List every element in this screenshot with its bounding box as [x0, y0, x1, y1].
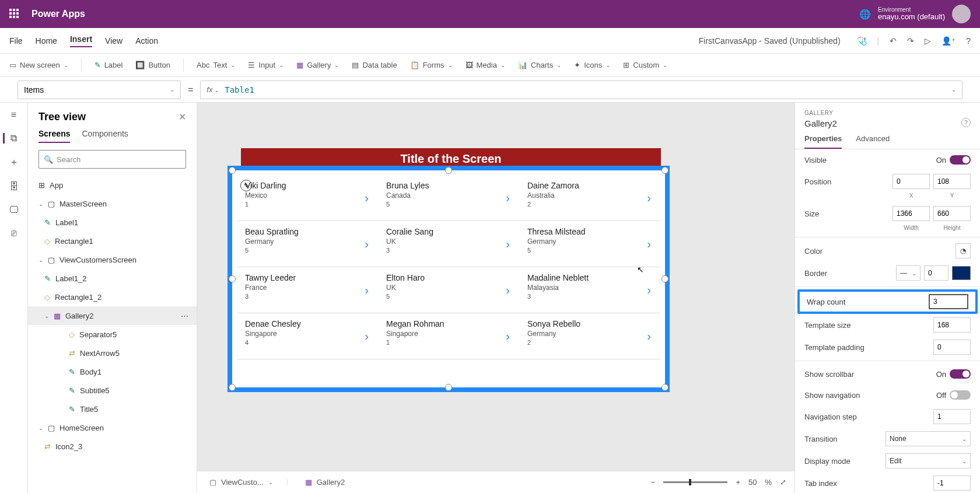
gallery-button[interactable]: ▦Gallery⌄	[296, 61, 339, 69]
new-screen-button[interactable]: ▭New screen⌄	[9, 61, 68, 69]
template-size-input[interactable]	[933, 317, 971, 333]
visible-toggle[interactable]	[950, 155, 971, 165]
gallery-cell[interactable]: Daine ZamoraAustralia2›	[519, 175, 660, 221]
next-arrow-icon[interactable]: ›	[647, 284, 651, 297]
wrap-count-input[interactable]	[929, 294, 968, 309]
share-icon[interactable]: 👤⁺	[942, 36, 956, 46]
insert-icon[interactable]: ＋	[9, 156, 19, 169]
menu-file[interactable]: File	[9, 36, 23, 46]
display-mode-select[interactable]: Edit⌄	[886, 453, 971, 468]
zoom-slider[interactable]	[663, 481, 727, 483]
tree-icon2-3[interactable]: ⇄Icon2_3	[28, 437, 197, 456]
gallery-cell[interactable]: Coralie SangUK3›	[378, 221, 519, 267]
resize-handle-w[interactable]	[229, 275, 236, 282]
app-checker-icon[interactable]: 🩺	[857, 36, 867, 46]
label-button[interactable]: ✎Label	[94, 61, 123, 69]
forms-button[interactable]: 📋Forms⌄	[410, 61, 453, 69]
position-x-input[interactable]	[892, 174, 930, 189]
media-rail-icon[interactable]: 🖵	[9, 205, 19, 215]
undo-icon[interactable]: ↶	[890, 36, 897, 46]
resize-handle-sw[interactable]	[229, 384, 236, 391]
gallery-cell[interactable]: Tawny LeederFrance3›	[237, 267, 378, 313]
navigation-toggle[interactable]	[950, 390, 971, 400]
advanced-icon[interactable]: ⎚	[11, 228, 17, 239]
tree-app[interactable]: ⊞App	[28, 176, 197, 194]
transition-select[interactable]: None⌄	[886, 431, 971, 446]
gallery-cell[interactable]: Thresa MilsteadGermany5›	[519, 221, 660, 267]
next-arrow-icon[interactable]: ›	[506, 191, 510, 205]
property-selector[interactable]: Items ⌄	[18, 81, 181, 99]
template-padding-input[interactable]	[933, 340, 971, 355]
next-arrow-icon[interactable]: ›	[506, 330, 510, 343]
tree-viewcustomers[interactable]: ⌄▢ViewCustomersScreen	[28, 250, 197, 269]
next-arrow-icon[interactable]: ›	[647, 237, 651, 251]
custom-button[interactable]: ⊞Custom⌄	[623, 61, 667, 69]
gallery-cell[interactable]: Sonya RebelloGermany2›	[519, 313, 660, 359]
navigation-step-input[interactable]	[933, 409, 971, 424]
tab-properties[interactable]: Properties	[804, 134, 842, 149]
border-width-input[interactable]	[924, 265, 949, 281]
help-icon[interactable]: ?	[961, 118, 971, 127]
resize-handle-se[interactable]	[662, 384, 668, 391]
zoom-out-icon[interactable]: −	[651, 478, 656, 487]
tree-label1-2[interactable]: ✎Label1_2	[28, 269, 197, 288]
next-arrow-icon[interactable]: ›	[365, 284, 369, 297]
breadcrumb-gallery[interactable]: ▦Gallery2	[301, 476, 349, 488]
breadcrumb-screen[interactable]: ▢ViewCusto...⌄	[205, 476, 277, 488]
menu-home[interactable]: Home	[36, 36, 57, 46]
tree-separator5[interactable]: ◇Separator5	[28, 325, 197, 344]
close-icon[interactable]: ✕	[178, 111, 186, 123]
formula-input[interactable]: fx ⌄ Table1 ⌄	[200, 81, 963, 99]
tree-body1[interactable]: ✎Body1	[28, 362, 197, 381]
redo-icon[interactable]: ↷	[907, 36, 914, 46]
tree-search[interactable]: 🔍 Search	[38, 150, 186, 169]
play-icon[interactable]: ▷	[925, 36, 931, 46]
zoom-in-icon[interactable]: +	[736, 478, 740, 487]
next-arrow-icon[interactable]: ›	[506, 284, 510, 297]
size-height-input[interactable]	[933, 206, 971, 221]
tree-rectangle1-2[interactable]: ◇Rectangle1_2	[28, 288, 197, 306]
resize-handle-s[interactable]	[445, 384, 452, 391]
tree-nextarrow5[interactable]: ⇄NextArrow5	[28, 344, 197, 362]
data-table-button[interactable]: ▤Data table	[352, 61, 397, 69]
tree-label1[interactable]: ✎Label1	[28, 213, 197, 232]
gallery-cell[interactable]: ✎Viki DarlingMexico1›	[237, 175, 378, 221]
button-button[interactable]: 🔲Button	[135, 61, 170, 69]
next-arrow-icon[interactable]: ›	[647, 191, 651, 205]
expand-formula-icon[interactable]: ⌄	[951, 86, 956, 93]
hamburger-icon[interactable]: ≡	[11, 110, 16, 120]
data-icon[interactable]: 🗄	[9, 181, 19, 192]
icons-button[interactable]: ✦Icons⌄	[574, 61, 610, 69]
help-icon[interactable]: ?	[966, 36, 971, 46]
gallery-cell[interactable]: Beau SpratlingGermany5›	[237, 221, 378, 267]
next-arrow-icon[interactable]: ›	[647, 330, 651, 343]
tree-masterscreen[interactable]: ⌄▢MasterScreen	[28, 194, 197, 213]
gallery-cell[interactable]: Elton HaroUK5›	[378, 267, 519, 313]
tree-subtitle5[interactable]: ✎Subtitle5	[28, 381, 197, 400]
border-color-swatch[interactable]	[952, 266, 971, 280]
resize-handle-n[interactable]	[445, 167, 452, 174]
next-arrow-icon[interactable]: ›	[365, 237, 369, 251]
scrollbar-toggle[interactable]	[950, 369, 971, 379]
resize-handle-e[interactable]	[662, 275, 668, 282]
gallery-cell[interactable]: Bruna LylesCanada5›	[378, 175, 519, 221]
gallery-cell[interactable]: Denae ChesleySingapore4›	[237, 313, 378, 359]
more-icon[interactable]: ⋯	[181, 312, 188, 320]
text-button[interactable]: AbcText⌄	[197, 61, 235, 69]
tree-homescreen[interactable]: ⌄▢HomeScreen	[28, 418, 197, 437]
resize-handle-nw[interactable]	[229, 167, 236, 174]
menu-insert[interactable]: Insert	[70, 34, 92, 47]
edit-template-icon[interactable]: ✎	[240, 180, 252, 191]
position-y-input[interactable]	[933, 174, 971, 189]
waffle-icon[interactable]	[9, 9, 20, 19]
next-arrow-icon[interactable]: ›	[365, 191, 369, 205]
next-arrow-icon[interactable]: ›	[365, 330, 369, 343]
tree-title5[interactable]: ✎Title5	[28, 400, 197, 418]
border-style-select[interactable]: —⌄	[896, 265, 921, 281]
tab-advanced[interactable]: Advanced	[856, 134, 890, 149]
tree-gallery2[interactable]: ⌄▦Gallery2⋯	[28, 306, 197, 325]
fit-screen-icon[interactable]: ⤢	[780, 478, 786, 487]
resize-handle-ne[interactable]	[662, 167, 668, 174]
size-width-input[interactable]	[892, 206, 930, 221]
next-arrow-icon[interactable]: ›	[506, 237, 510, 251]
